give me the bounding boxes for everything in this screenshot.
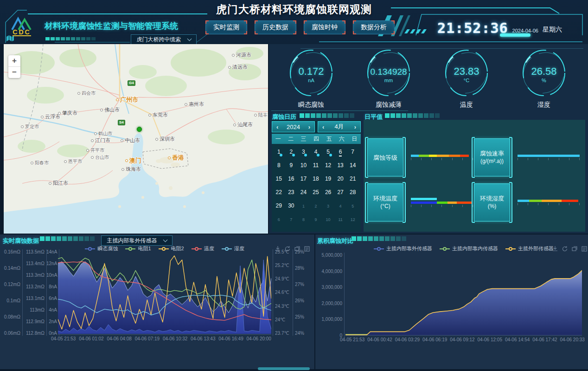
map-panel[interactable]: 清远市河源市四会市广州市惠州市佛山市东莞市肇庆市云浮市罗定市陆丰市汕尾市鹤山市江…: [4, 44, 268, 234]
nav-button-2[interactable]: 历史数据: [255, 20, 296, 34]
calendar-day[interactable]: 26: [323, 188, 333, 198]
chevron-down-icon: [187, 37, 192, 41]
calendar-day[interactable]: 22: [274, 188, 284, 198]
calendar-day[interactable]: 8: [298, 215, 308, 225]
calendar-day[interactable]: 6: [274, 215, 284, 225]
calendar-day[interactable]: 23: [286, 188, 296, 198]
month-next-button[interactable]: ›: [354, 124, 356, 130]
calendar-day[interactable]: 30: [286, 202, 296, 212]
calendar-day[interactable]: 20: [335, 175, 345, 185]
calendar-day[interactable]: 12: [348, 215, 358, 225]
daily-decor-squares: [385, 113, 441, 118]
calendar-day[interactable]: 25: [311, 188, 321, 198]
calendar-day[interactable]: 11: [335, 215, 345, 225]
legend-marker: [159, 248, 169, 249]
calendar-day[interactable]: 3: [323, 202, 333, 212]
calendar-day[interactable]: 4: [335, 202, 345, 212]
value-bar: [411, 198, 473, 200]
map-zoom-in-button[interactable]: +: [8, 55, 20, 66]
day-number: 17: [300, 176, 307, 182]
axis-tick-label: 112.9mΩ: [23, 319, 45, 324]
realtime-chart[interactable]: [58, 252, 271, 334]
calendar-day[interactable]: 27: [335, 188, 345, 198]
legend-item[interactable]: 瞬态腐蚀: [85, 245, 118, 252]
legend-label: 温度: [204, 245, 214, 252]
calendar-day[interactable]: 13: [335, 161, 345, 171]
calendar-day[interactable]: 5: [348, 202, 358, 212]
legend-marker: [125, 248, 135, 249]
year-prev-button[interactable]: ‹: [276, 124, 278, 130]
legend-marker: [440, 248, 450, 249]
month-prev-button[interactable]: ‹: [322, 124, 324, 130]
decor-square: [90, 236, 95, 241]
calendar-day[interactable]: 7: [286, 215, 296, 225]
calendar-day[interactable]: 3: [298, 148, 308, 158]
calendar-day[interactable]: 9: [311, 215, 321, 225]
axis-tick-label: 2,000,000: [316, 301, 342, 306]
axis-tick-label: 29%: [295, 249, 310, 254]
calendar-day[interactable]: 6: [335, 148, 345, 158]
axis-tick-label: 113.1mΩ: [23, 296, 45, 301]
legend-item[interactable]: 电阻1: [125, 245, 151, 252]
day-number: 15: [276, 176, 282, 182]
decor-square: [396, 113, 401, 118]
axis-tick-label: 0.14mΩ: [1, 266, 20, 271]
calendar-day[interactable]: 1: [274, 148, 284, 158]
calendar-day[interactable]: 14: [348, 161, 358, 171]
calendar-day[interactable]: 10: [298, 161, 308, 171]
map-city-label: 陆丰市: [254, 112, 268, 118]
map-zoom-out-button[interactable]: −: [8, 66, 20, 78]
calendar-day[interactable]: 5: [323, 148, 333, 158]
sensor-site-marker[interactable]: [137, 127, 142, 132]
legend-marker-dot: [509, 247, 512, 251]
legend-item[interactable]: 电阻2: [159, 245, 184, 252]
nav-button-1[interactable]: 实时监测: [205, 20, 247, 34]
dataview-icon[interactable]: [581, 246, 588, 254]
legend-item[interactable]: 主揽内部靠内传感器: [440, 245, 498, 252]
calendar-day[interactable]: 19: [323, 175, 333, 185]
calendar-day[interactable]: 11: [311, 161, 321, 171]
legend-item[interactable]: 主揽外部传感器: [505, 245, 554, 252]
tick-mark: [411, 205, 411, 207]
decor-square: [435, 113, 440, 118]
calendar-day[interactable]: 8: [274, 161, 284, 171]
calendar-day[interactable]: 7: [348, 148, 358, 158]
map-city-label: 江门市: [91, 137, 110, 144]
calendar-day[interactable]: 18: [311, 175, 321, 185]
restore-icon[interactable]: [571, 246, 578, 254]
city-marker-dot: [41, 116, 44, 118]
daily-card: 环境温度(°C): [367, 183, 403, 221]
legend-item[interactable]: 主揽内部靠外传感器: [374, 245, 432, 252]
calendar-day[interactable]: 2: [311, 202, 321, 212]
day-number: 9: [314, 217, 317, 222]
calendar-day[interactable]: 21: [348, 175, 358, 185]
calendar-day[interactable]: 4: [311, 148, 321, 158]
bridge-location-dropdown[interactable]: 虎门大桥跨中缆索: [131, 34, 197, 45]
nav-button-4[interactable]: 数据分析: [353, 20, 395, 34]
calendar-day[interactable]: 17: [298, 175, 308, 185]
calendar-day[interactable]: 15: [274, 175, 284, 185]
year-next-button[interactable]: ›: [308, 124, 310, 130]
calendar-day[interactable]: 2: [286, 148, 296, 158]
calendar-day[interactable]: 1: [298, 202, 308, 212]
axis-tick-label: 23.7℃: [275, 331, 294, 336]
horizontal-scrollbar-thumb[interactable]: [258, 367, 310, 370]
legend-item[interactable]: 湿度: [222, 245, 244, 252]
calendar-day[interactable]: 9: [286, 161, 296, 171]
bar-segment: [518, 200, 529, 202]
map-city-label: 清远市: [228, 64, 248, 71]
calendar-day[interactable]: 24: [298, 188, 308, 198]
legend-item[interactable]: 温度: [192, 245, 214, 252]
calendar-day[interactable]: 12: [323, 161, 333, 171]
calendar-day[interactable]: 10: [323, 215, 333, 225]
calendar-day[interactable]: 28: [348, 188, 358, 198]
sensor-dropdown[interactable]: 主揽内部靠外传感器: [101, 235, 173, 246]
cumulative-chart[interactable]: [345, 255, 582, 335]
calendar-day[interactable]: 29: [274, 202, 284, 212]
day-number: 24: [300, 189, 307, 195]
cumulative-decor-squares: [352, 236, 407, 241]
nav-button-3[interactable]: 腐蚀时钟: [304, 20, 345, 34]
refresh-icon[interactable]: [562, 246, 568, 254]
download-icon[interactable]: [552, 246, 558, 254]
calendar-day[interactable]: 16: [286, 175, 296, 185]
